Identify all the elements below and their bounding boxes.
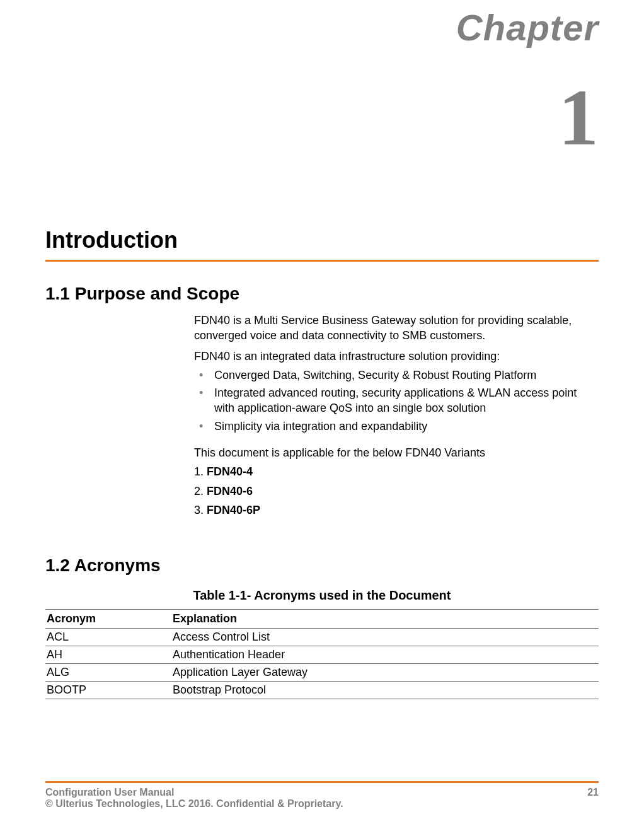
list-item: Converged Data, Switching, Security & Ro… bbox=[194, 368, 599, 383]
table-caption: Table 1-1- Acronyms used in the Document bbox=[45, 588, 599, 603]
variant-item: 2. FDN40-6 bbox=[194, 484, 599, 499]
chapter-label: Chapter bbox=[45, 0, 599, 49]
table-header-explanation: Explanation bbox=[171, 610, 599, 629]
table-row: BOOTP Bootstrap Protocol bbox=[45, 682, 599, 699]
paragraph: FDN40 is an integrated data infrastructu… bbox=[194, 349, 599, 364]
subsection-acronyms: 1.2 Acronyms bbox=[45, 555, 599, 576]
footer-page-number: 21 bbox=[587, 787, 599, 798]
variant-item: 1. FDN40-4 bbox=[194, 464, 599, 479]
feature-list: Converged Data, Switching, Security & Ro… bbox=[194, 368, 599, 434]
footer-rule bbox=[45, 781, 599, 783]
variants-block: This document is applicable for the belo… bbox=[194, 445, 599, 518]
cell-acronym: BOOTP bbox=[45, 682, 171, 699]
purpose-content: FDN40 is a Multi Service Business Gatewa… bbox=[194, 313, 599, 518]
section-rule bbox=[45, 260, 599, 262]
table-row: ACL Access Control List bbox=[45, 629, 599, 646]
section-title-introduction: Introduction bbox=[45, 227, 599, 260]
page-footer: Configuration User Manual 21 © Ulterius … bbox=[45, 781, 599, 810]
cell-acronym: ACL bbox=[45, 629, 171, 646]
subsection-purpose-scope: 1.1 Purpose and Scope bbox=[45, 284, 599, 304]
table-header-acronym: Acronym bbox=[45, 610, 171, 629]
cell-explanation: Bootstrap Protocol bbox=[171, 682, 599, 699]
cell-explanation: Application Layer Gateway bbox=[171, 664, 599, 682]
cell-acronym: AH bbox=[45, 646, 171, 664]
footer-copyright: © Ulterius Technologies, LLC 2016. Confi… bbox=[45, 798, 599, 810]
chapter-number: 1 bbox=[45, 77, 599, 158]
paragraph: This document is applicable for the belo… bbox=[194, 445, 599, 460]
paragraph: FDN40 is a Multi Service Business Gatewa… bbox=[194, 313, 599, 344]
cell-explanation: Access Control List bbox=[171, 629, 599, 646]
table-row: ALG Application Layer Gateway bbox=[45, 664, 599, 682]
cell-explanation: Authentication Header bbox=[171, 646, 599, 664]
list-item: Integrated advanced routing, security ap… bbox=[194, 385, 599, 416]
footer-doc-title: Configuration User Manual bbox=[45, 787, 174, 798]
list-item: Simplicity via integration and expandabi… bbox=[194, 419, 599, 434]
variant-item: 3. FDN40-6P bbox=[194, 503, 599, 518]
table-row: AH Authentication Header bbox=[45, 646, 599, 664]
cell-acronym: ALG bbox=[45, 664, 171, 682]
acronyms-table: Acronym Explanation ACL Access Control L… bbox=[45, 609, 599, 699]
